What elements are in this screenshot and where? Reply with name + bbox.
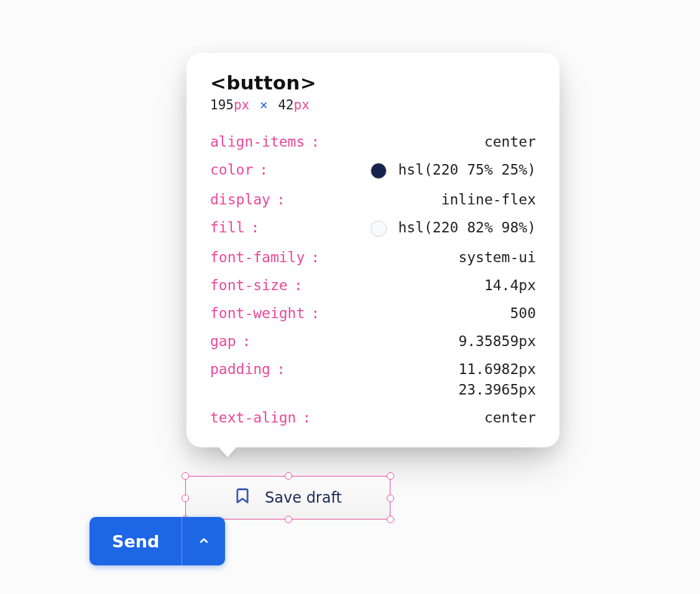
save-draft-button[interactable]: Save draft	[185, 476, 390, 519]
css-property-row: display:inline-flex	[210, 193, 536, 207]
colon: :	[311, 135, 320, 149]
color-swatch	[371, 163, 387, 179]
colon: :	[311, 250, 320, 265]
dimension-width: 195	[210, 98, 234, 112]
colon: :	[277, 193, 285, 207]
css-property-value-line2: 23.3965px	[210, 383, 536, 397]
css-property-value: hsl(220 75% 25%)	[398, 163, 536, 177]
css-property-name: align-items	[210, 135, 305, 149]
css-property-row: align-items:center	[210, 135, 536, 149]
colon: :	[242, 334, 251, 349]
css-property-row: font-family:system-ui	[210, 250, 536, 265]
css-property-row: fill:hsl(220 82% 98%)	[210, 221, 536, 237]
resize-handle[interactable]	[387, 516, 394, 523]
color-swatch	[371, 221, 387, 237]
colon: :	[294, 278, 303, 293]
resize-handle[interactable]	[182, 472, 189, 480]
inspected-element-dimensions: 195px × 42px	[210, 98, 536, 112]
css-property-row: padding:11.6982px	[210, 362, 536, 377]
css-property-value: inline-flex	[441, 193, 536, 207]
css-property-value: hsl(220 82% 98%)	[398, 221, 536, 235]
resize-handle[interactable]	[285, 472, 292, 480]
css-property-value: 11.6982px	[458, 362, 536, 377]
colon: :	[259, 163, 268, 177]
unit-px: px	[294, 98, 310, 112]
unit-px: px	[234, 98, 249, 112]
resize-handle[interactable]	[285, 516, 292, 523]
css-property-value: 9.35859px	[458, 334, 536, 349]
css-property-name: padding	[210, 362, 270, 377]
inspected-element-tag: <button>	[210, 71, 536, 94]
css-property-value: center	[484, 411, 536, 425]
css-property-value: 14.4px	[484, 278, 536, 293]
css-property-row: gap:9.35859px	[210, 334, 536, 349]
selected-element-frame[interactable]: Save draft	[185, 476, 390, 519]
dimension-height: 42	[278, 98, 293, 112]
send-menu-toggle[interactable]	[182, 517, 225, 565]
dimension-separator: ×	[257, 98, 270, 112]
css-property-name: font-size	[210, 278, 288, 293]
css-property-name: fill	[210, 221, 244, 235]
colon: :	[251, 221, 259, 235]
css-property-value: system-ui	[458, 250, 536, 265]
css-property-row: text-align:center	[210, 411, 536, 425]
send-label: Send	[112, 532, 159, 551]
css-property-row: font-size:14.4px	[210, 278, 536, 293]
css-property-row: color:hsl(220 75% 25%)	[210, 163, 536, 179]
css-property-value: center	[484, 135, 536, 149]
resize-handle[interactable]	[387, 472, 394, 480]
colon: :	[311, 306, 320, 321]
resize-handle[interactable]	[182, 495, 189, 502]
resize-handle[interactable]	[387, 495, 394, 502]
css-property-name: color	[210, 163, 253, 177]
bookmark-icon	[234, 487, 251, 508]
colon: :	[302, 411, 311, 425]
send-button[interactable]: Send	[90, 517, 182, 565]
css-property-name: display	[210, 193, 270, 207]
css-property-name: font-family	[210, 250, 305, 265]
css-property-name: font-weight	[210, 306, 305, 321]
css-property-name: gap	[210, 334, 236, 349]
css-property-name: text-align	[210, 411, 296, 425]
save-draft-label: Save draft	[265, 489, 342, 506]
chevron-up-icon	[198, 534, 210, 549]
css-property-row: font-weight:500	[210, 306, 536, 321]
colon: :	[277, 362, 285, 377]
send-split-button: Send	[90, 517, 225, 565]
css-properties-list: align-items:centercolor:hsl(220 75% 25%)…	[210, 135, 536, 425]
css-property-value: 500	[510, 306, 536, 321]
inspector-tooltip: <button> 195px × 42px align-items:center…	[187, 53, 560, 447]
